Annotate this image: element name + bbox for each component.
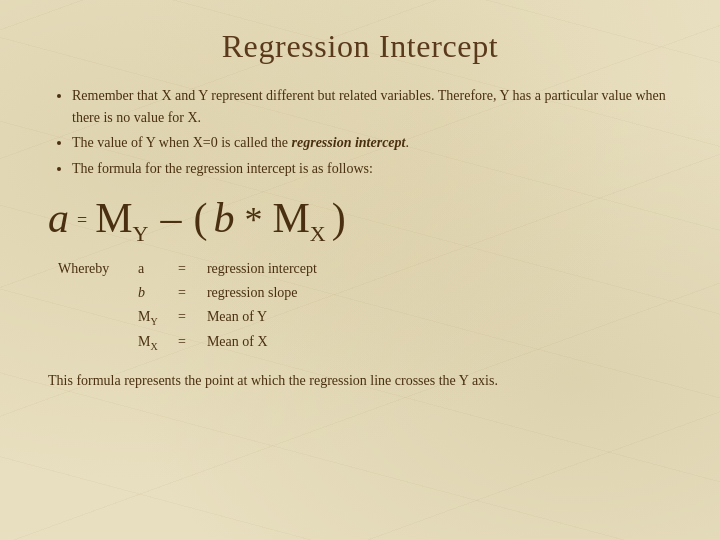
formula-mx-sub: X (310, 221, 326, 246)
formula-a: a (48, 194, 69, 242)
formula-equals-small: = (77, 210, 87, 231)
whereby-label: Whereby (58, 257, 138, 281)
footer-text: This formula represents the point at whi… (48, 370, 672, 391)
bullet-2-text: The value of Y when X=0 is called the re… (72, 135, 409, 150)
bullet-item-1: Remember that X and Y represent differen… (72, 85, 672, 128)
bullet-list: Remember that X and Y represent differen… (48, 85, 672, 180)
bullet-item-3: The formula for the regression intercept… (72, 158, 672, 180)
def-symbol-b: b (138, 281, 178, 305)
formula-display: a = MY – ( b * MX ) (48, 194, 672, 247)
def-eq-a: = regression intercept (178, 257, 378, 281)
slide: Regression Intercept Remember that X and… (0, 0, 720, 540)
formula-b: b (213, 194, 234, 242)
formula-rparen: ) (332, 194, 346, 242)
def-symbol-a: a (138, 257, 178, 281)
def-eq-b: = regression slope (178, 281, 378, 305)
formula-lparen: ( (193, 194, 207, 242)
bullet-1-text: Remember that X and Y represent differen… (72, 88, 666, 125)
definitions-table: Whereby a = regression intercept b = reg… (58, 257, 672, 354)
def-eq-my: = Mean of Y (178, 305, 378, 329)
bold-term: regression intercept (292, 135, 406, 150)
def-eq-mx: = Mean of X (178, 330, 378, 354)
def-row-b: b = regression slope (58, 281, 672, 305)
formula-minus: – (160, 194, 181, 242)
def-symbol-my: MY (138, 305, 178, 330)
def-row-whereby: Whereby a = regression intercept (58, 257, 672, 281)
slide-title: Regression Intercept (48, 28, 672, 65)
def-my-sub: Y (150, 316, 157, 327)
bullet-3-text: The formula for the regression intercept… (72, 161, 373, 176)
bullet-item-2: The value of Y when X=0 is called the re… (72, 132, 672, 154)
def-symbol-mx: MX (138, 330, 178, 355)
formula-star: * (244, 199, 262, 241)
def-row-mx: MX = Mean of X (58, 330, 672, 355)
def-mx-sub: X (150, 340, 157, 351)
formula-my: MY (95, 194, 148, 247)
formula-mx: MX (272, 194, 325, 247)
formula-my-sub: Y (133, 221, 149, 246)
def-row-my: MY = Mean of Y (58, 305, 672, 330)
